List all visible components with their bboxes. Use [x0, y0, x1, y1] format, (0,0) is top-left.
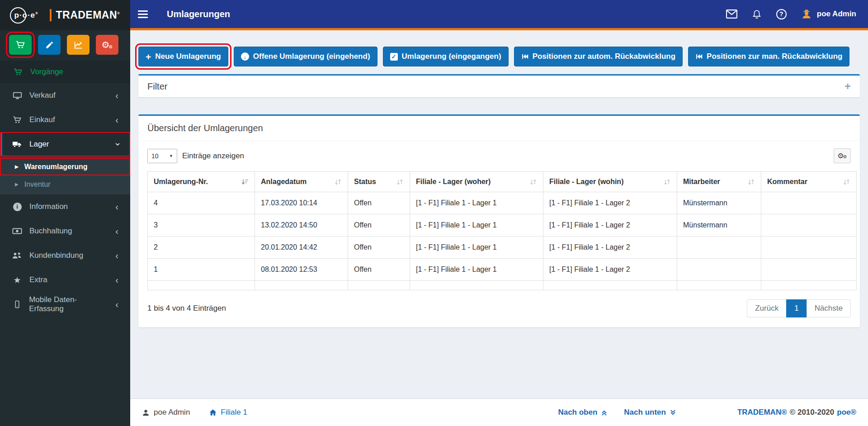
check-square-icon: ✓ [390, 53, 398, 61]
chevron-left-icon: ‹ [115, 91, 118, 100]
copyright-years: © 2010-2020 [790, 408, 835, 417]
star-icon: ★ [12, 275, 23, 285]
footer-scroll-links: Nach oben Nach unten [558, 408, 676, 417]
sort-both-icon [663, 178, 671, 186]
column-header-anlagedatum[interactable]: Anlagedatum [255, 172, 348, 192]
footer-copyright: TRADEMAN® © 2010-2020 poe® [737, 408, 856, 417]
page-length-label: Einträge anzeigen [182, 151, 244, 161]
neue-umlagerung-button[interactable]: + Neue Umlagerung [138, 47, 228, 66]
sidebar-item-buchhaltung[interactable]: Buchhaltung ‹ [0, 219, 130, 243]
scroll-to-bottom-link[interactable]: Nach unten [624, 408, 676, 417]
sidebar-section-vorgaenge[interactable]: Vorgänge [0, 61, 130, 83]
filter-panel: Filter + [138, 74, 860, 97]
gears-icon: ⚙⚙ [102, 39, 113, 50]
sidebar-item-information[interactable]: i Information ‹ [0, 194, 130, 219]
sidebar-item-einkauf[interactable]: Einkauf ‹ [0, 108, 130, 132]
caret-down-icon: ▼ [169, 154, 173, 158]
page-length-select[interactable]: 10 ▼ [147, 149, 177, 163]
launcher-bearbeiten-button[interactable] [38, 35, 61, 55]
gears-icon: ⚙⚙ [837, 151, 847, 160]
mobile-icon [12, 300, 22, 309]
table-row[interactable]: 4 17.03.2020 10:14 Offen [1 - F1] Filial… [148, 192, 857, 214]
sidebar-item-warenumlagerung[interactable]: ▶ Warenumlagerung [0, 158, 130, 175]
home-icon [209, 408, 217, 417]
money-icon [12, 226, 23, 236]
table-controls: 10 ▼ Einträge anzeigen ⚙⚙ [147, 148, 851, 163]
umlagerung-eingegangen-button[interactable]: ✓ Umlagerung (eingegangen) [383, 47, 509, 66]
page-title: Umlagerungen [167, 9, 230, 19]
sidebar-item-label: Verkauf [29, 91, 56, 100]
sidebar-menu: Vorgänge Verkauf ‹ Einkauf ‹ Lager ‹ [0, 61, 130, 317]
caret-right-icon: ▶ [15, 182, 19, 187]
poe-logo: p·o·e® [10, 6, 49, 25]
scroll-to-top-link[interactable]: Nach oben [558, 408, 608, 417]
sidebar-item-inventur[interactable]: ▶ Inventur [0, 175, 130, 193]
pagination-page-1-button[interactable]: 1 [786, 299, 807, 317]
sidebar-item-label: Lager [29, 140, 49, 149]
notifications-bell-icon[interactable] [752, 9, 762, 19]
launcher-auswertung-button[interactable] [67, 35, 90, 55]
caret-right-icon: ▶ [15, 164, 19, 169]
table-row[interactable]: 2 20.01.2020 14:42 Offen [1 - F1] Filial… [148, 237, 857, 259]
copyright-owner: poe® [837, 408, 856, 417]
sidebar-item-label: Kundenbindung [29, 251, 83, 260]
app-launcher: ⚙⚙ [0, 30, 130, 61]
launcher-vorgaenge-button[interactable] [9, 35, 32, 55]
launcher-einstellungen-button[interactable]: ⚙⚙ [96, 35, 118, 55]
sidebar-item-mobile-daten-erfassung[interactable]: Mobile Daten-Erfassung ‹ [0, 292, 130, 317]
content: + Neue Umlagerung ↓ Offene Umlagerung (e… [130, 30, 868, 398]
angle-double-up-icon [601, 409, 608, 416]
user-name: poe Admin [817, 9, 856, 19]
sidebar-section-label: Vorgänge [30, 67, 63, 76]
truck-icon [12, 139, 23, 149]
table-header-row: Umlagerung-Nr. Anlagedatum Status Filial… [148, 172, 857, 192]
sidebar-item-lager[interactable]: Lager ‹ [0, 132, 130, 156]
user-avatar-icon [801, 9, 812, 19]
line-chart-icon [73, 40, 84, 50]
desktop-icon [12, 91, 23, 100]
expand-filter-icon[interactable]: + [844, 81, 851, 92]
pagination: Zurück 1 Nächste [747, 299, 851, 317]
column-header-status[interactable]: Status [348, 172, 410, 192]
offene-umlagerung-button[interactable]: ↓ Offene Umlagerung (eingehend) [234, 47, 377, 66]
sort-both-icon [396, 178, 404, 186]
sidebar-toggle-button[interactable] [138, 10, 148, 18]
table-row[interactable]: 3 13.02.2020 14:50 Offen [1 - F1] Filial… [148, 214, 857, 237]
pencil-icon [44, 41, 55, 49]
pagination-prev-button[interactable]: Zurück [747, 299, 787, 317]
help-icon[interactable]: ? [776, 9, 787, 19]
sidebar-item-label: Information [29, 202, 68, 211]
chevron-left-icon: ‹ [115, 300, 118, 309]
sidebar-item-extra[interactable]: ★ Extra ‹ [0, 268, 130, 292]
man-rueckabwicklung-button[interactable]: Positionen zur man. Rückabwicklung [688, 47, 849, 66]
column-header-wohin[interactable]: Filiale - Lager (wohin) [543, 172, 677, 192]
footer-branch-link[interactable]: Filiale 1 [209, 408, 247, 417]
logo-divider [50, 9, 52, 21]
action-buttons: + Neue Umlagerung ↓ Offene Umlagerung (e… [138, 47, 860, 66]
column-header-woher[interactable]: Filiale - Lager (woher) [410, 172, 543, 192]
table-footer: 1 bis 4 von 4 Einträgen Zurück 1 Nächste [147, 299, 851, 317]
cart-icon [13, 67, 24, 76]
column-header-mitarbeiter[interactable]: Mitarbeiter [677, 172, 761, 192]
autom-rueckabwicklung-button[interactable]: Positionen zur autom. Rückabwicklung [514, 47, 683, 66]
user-menu[interactable]: poe Admin [801, 9, 856, 19]
cart-icon [15, 40, 26, 50]
sidebar-item-verkauf[interactable]: Verkauf ‹ [0, 83, 130, 108]
users-icon [12, 251, 23, 260]
sidebar-item-kundenbindung[interactable]: Kundenbindung ‹ [0, 243, 130, 268]
sort-desc-icon [241, 178, 249, 186]
filter-title: Filter [147, 81, 167, 92]
table-settings-button[interactable]: ⚙⚙ [834, 148, 851, 163]
copyright-brand: TRADEMAN® [737, 408, 787, 417]
app-logo: p·o·e® TRADEMAN® [0, 0, 130, 30]
pagination-next-button[interactable]: Nächste [807, 299, 851, 317]
angle-double-down-icon [670, 409, 676, 416]
column-header-kommentar[interactable]: Kommentar [761, 172, 857, 192]
messages-icon[interactable] [726, 9, 737, 19]
column-header-umlagerung-nr[interactable]: Umlagerung-Nr. [148, 172, 255, 192]
sidebar: p·o·e® TRADEMAN® ⚙⚙ Vor [0, 0, 130, 426]
person-icon [142, 409, 150, 417]
table-row[interactable]: 1 08.01.2020 12:53 Offen [1 - F1] Filial… [148, 259, 857, 281]
overview-title: Übersicht der Umlagerungen [138, 116, 860, 141]
page-length-value: 10 [151, 152, 159, 160]
